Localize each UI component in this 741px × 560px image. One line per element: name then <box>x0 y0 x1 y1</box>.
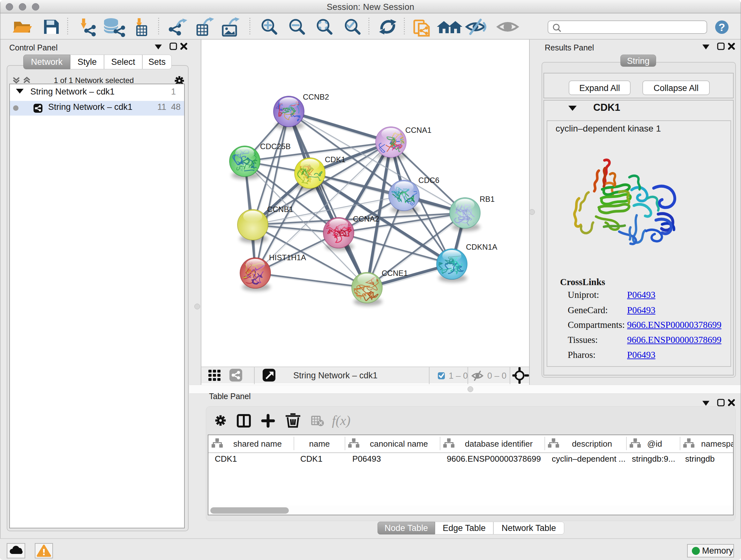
svg-text:@id: @id <box>647 439 662 449</box>
svg-text:1 – 0: 1 – 0 <box>449 371 468 381</box>
svg-text:canonical name: canonical name <box>370 439 428 449</box>
svg-text:CDK1: CDK1 <box>325 155 346 164</box>
svg-text:0 – 0: 0 – 0 <box>487 371 507 381</box>
svg-text:CCNB2: CCNB2 <box>303 92 329 101</box>
svg-text:CDC25B: CDC25B <box>260 142 291 151</box>
svg-text:HIST1H1A: HIST1H1A <box>269 253 306 262</box>
svg-text:RB1: RB1 <box>480 195 495 203</box>
svg-text:description: description <box>572 439 612 449</box>
svg-text:CCNA1: CCNA1 <box>405 126 431 134</box>
svg-text:CCNE1: CCNE1 <box>382 269 408 277</box>
svg-text:CCNA2: CCNA2 <box>353 214 379 223</box>
svg-text:CDC6: CDC6 <box>418 176 440 185</box>
svg-text:f(x): f(x) <box>332 413 350 428</box>
svg-text:name: name <box>309 439 330 449</box>
svg-text:CCNB1: CCNB1 <box>267 205 293 213</box>
svg-text:CDKN1A: CDKN1A <box>466 243 497 251</box>
svg-text:shared name: shared name <box>233 439 282 449</box>
svg-text:?: ? <box>719 21 725 33</box>
svg-text:database identifier: database identifier <box>465 439 533 449</box>
svg-text:String Network – cdk1: String Network – cdk1 <box>293 371 378 380</box>
svg-text:namespace: namespace <box>701 439 733 449</box>
